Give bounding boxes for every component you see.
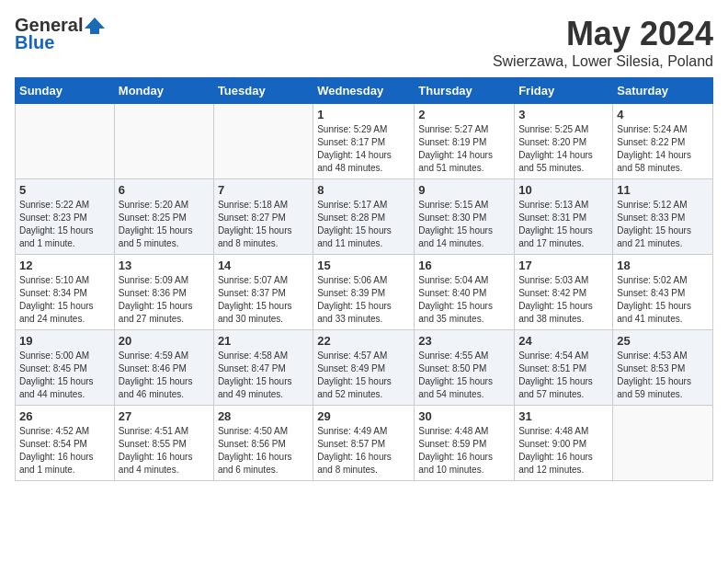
day-number: 12 [19, 259, 110, 272]
day-number: 11 [617, 183, 709, 197]
calendar-cell: 23Sunrise: 4:55 AM Sunset: 8:50 PM Dayli… [415, 330, 515, 406]
logo-blue-text: Blue [15, 32, 54, 53]
calendar-cell: 10Sunrise: 5:13 AM Sunset: 8:31 PM Dayli… [515, 179, 613, 255]
calendar-table: SundayMondayTuesdayWednesdayThursdayFrid… [15, 77, 713, 481]
day-number: 18 [617, 259, 709, 272]
calendar-cell: 20Sunrise: 4:59 AM Sunset: 8:46 PM Dayli… [114, 330, 213, 406]
calendar-header-saturday: Saturday [613, 78, 713, 104]
day-info: Sunrise: 5:18 AM Sunset: 8:27 PM Dayligh… [218, 199, 309, 250]
calendar-header-tuesday: Tuesday [213, 78, 313, 104]
day-number: 4 [617, 108, 709, 121]
day-info: Sunrise: 5:06 AM Sunset: 8:39 PM Dayligh… [317, 274, 410, 326]
day-info: Sunrise: 4:57 AM Sunset: 8:49 PM Dayligh… [317, 350, 410, 401]
day-info: Sunrise: 5:13 AM Sunset: 8:31 PM Dayligh… [518, 199, 609, 250]
calendar-cell: 17Sunrise: 5:03 AM Sunset: 8:42 PM Dayli… [515, 255, 613, 330]
day-info: Sunrise: 5:29 AM Sunset: 8:17 PM Dayligh… [317, 123, 410, 175]
calendar-cell: 31Sunrise: 4:48 AM Sunset: 9:00 PM Dayli… [515, 406, 613, 481]
day-info: Sunrise: 5:17 AM Sunset: 8:28 PM Dayligh… [317, 199, 410, 250]
logo: General Blue [15, 15, 105, 53]
day-info: Sunrise: 5:15 AM Sunset: 8:30 PM Dayligh… [418, 199, 510, 250]
day-number: 29 [317, 409, 410, 423]
calendar-header-thursday: Thursday [415, 78, 515, 104]
calendar-cell: 13Sunrise: 5:09 AM Sunset: 8:36 PM Dayli… [114, 255, 213, 330]
day-number: 3 [518, 108, 609, 121]
calendar-cell: 1Sunrise: 5:29 AM Sunset: 8:17 PM Daylig… [313, 104, 415, 179]
calendar-cell: 30Sunrise: 4:48 AM Sunset: 8:59 PM Dayli… [415, 406, 515, 481]
day-number: 25 [617, 334, 709, 348]
day-number: 27 [119, 409, 210, 423]
day-number: 13 [119, 259, 210, 272]
calendar-cell: 18Sunrise: 5:02 AM Sunset: 8:43 PM Dayli… [613, 255, 713, 330]
calendar-cell [16, 104, 115, 179]
day-number: 2 [418, 108, 510, 121]
day-info: Sunrise: 5:00 AM Sunset: 8:45 PM Dayligh… [19, 350, 110, 401]
day-info: Sunrise: 5:10 AM Sunset: 8:34 PM Dayligh… [19, 274, 110, 326]
svg-marker-0 [85, 17, 105, 34]
calendar-cell: 12Sunrise: 5:10 AM Sunset: 8:34 PM Dayli… [16, 255, 115, 330]
day-info: Sunrise: 5:20 AM Sunset: 8:25 PM Dayligh… [119, 199, 210, 250]
calendar-cell: 11Sunrise: 5:12 AM Sunset: 8:33 PM Dayli… [613, 179, 713, 255]
calendar-cell [613, 406, 713, 481]
day-info: Sunrise: 4:54 AM Sunset: 8:51 PM Dayligh… [518, 350, 609, 401]
day-number: 5 [19, 183, 110, 197]
calendar-cell: 3Sunrise: 5:25 AM Sunset: 8:20 PM Daylig… [515, 104, 613, 179]
day-info: Sunrise: 4:59 AM Sunset: 8:46 PM Dayligh… [119, 350, 210, 401]
day-info: Sunrise: 4:51 AM Sunset: 8:55 PM Dayligh… [119, 425, 210, 477]
calendar-cell: 4Sunrise: 5:24 AM Sunset: 8:22 PM Daylig… [613, 104, 713, 179]
calendar-cell: 29Sunrise: 4:49 AM Sunset: 8:57 PM Dayli… [313, 406, 415, 481]
month-title: May 2024 [493, 15, 713, 53]
calendar-cell: 19Sunrise: 5:00 AM Sunset: 8:45 PM Dayli… [16, 330, 115, 406]
day-number: 14 [218, 259, 309, 272]
day-number: 28 [218, 409, 309, 423]
day-info: Sunrise: 4:49 AM Sunset: 8:57 PM Dayligh… [317, 425, 410, 477]
calendar-cell: 14Sunrise: 5:07 AM Sunset: 8:37 PM Dayli… [213, 255, 313, 330]
day-number: 15 [317, 259, 410, 272]
day-info: Sunrise: 4:58 AM Sunset: 8:47 PM Dayligh… [218, 350, 309, 401]
day-info: Sunrise: 5:02 AM Sunset: 8:43 PM Dayligh… [617, 274, 709, 326]
day-info: Sunrise: 5:03 AM Sunset: 8:42 PM Dayligh… [518, 274, 609, 326]
day-number: 30 [418, 409, 510, 423]
day-number: 20 [119, 334, 210, 348]
day-number: 31 [518, 409, 609, 423]
day-info: Sunrise: 5:07 AM Sunset: 8:37 PM Dayligh… [218, 274, 309, 326]
day-info: Sunrise: 4:50 AM Sunset: 8:56 PM Dayligh… [218, 425, 309, 477]
calendar-cell: 9Sunrise: 5:15 AM Sunset: 8:30 PM Daylig… [415, 179, 515, 255]
calendar-cell [114, 104, 213, 179]
calendar-cell: 28Sunrise: 4:50 AM Sunset: 8:56 PM Dayli… [213, 406, 313, 481]
calendar-week-row: 19Sunrise: 5:00 AM Sunset: 8:45 PM Dayli… [16, 330, 713, 406]
day-number: 21 [218, 334, 309, 348]
calendar-week-row: 26Sunrise: 4:52 AM Sunset: 8:54 PM Dayli… [16, 406, 713, 481]
calendar-week-row: 12Sunrise: 5:10 AM Sunset: 8:34 PM Dayli… [16, 255, 713, 330]
page-header: General Blue May 2024 Swierzawa, Lower S… [15, 15, 713, 70]
calendar-cell: 5Sunrise: 5:22 AM Sunset: 8:23 PM Daylig… [16, 179, 115, 255]
day-number: 23 [418, 334, 510, 348]
day-number: 7 [218, 183, 309, 197]
day-info: Sunrise: 4:55 AM Sunset: 8:50 PM Dayligh… [418, 350, 510, 401]
calendar-cell: 2Sunrise: 5:27 AM Sunset: 8:19 PM Daylig… [415, 104, 515, 179]
calendar-cell: 25Sunrise: 4:53 AM Sunset: 8:53 PM Dayli… [613, 330, 713, 406]
day-number: 22 [317, 334, 410, 348]
calendar-cell [213, 104, 313, 179]
calendar-cell: 22Sunrise: 4:57 AM Sunset: 8:49 PM Dayli… [313, 330, 415, 406]
calendar-header-wednesday: Wednesday [313, 78, 415, 104]
calendar-cell: 26Sunrise: 4:52 AM Sunset: 8:54 PM Dayli… [16, 406, 115, 481]
day-number: 19 [19, 334, 110, 348]
day-info: Sunrise: 5:27 AM Sunset: 8:19 PM Dayligh… [418, 123, 510, 175]
title-section: May 2024 Swierzawa, Lower Silesia, Polan… [493, 15, 713, 70]
calendar-header-row: SundayMondayTuesdayWednesdayThursdayFrid… [16, 78, 713, 104]
day-info: Sunrise: 5:22 AM Sunset: 8:23 PM Dayligh… [19, 199, 110, 250]
calendar-cell: 21Sunrise: 4:58 AM Sunset: 8:47 PM Dayli… [213, 330, 313, 406]
calendar-header-sunday: Sunday [16, 78, 115, 104]
day-number: 16 [418, 259, 510, 272]
day-info: Sunrise: 4:52 AM Sunset: 8:54 PM Dayligh… [19, 425, 110, 477]
day-info: Sunrise: 4:48 AM Sunset: 9:00 PM Dayligh… [518, 425, 609, 477]
day-number: 8 [317, 183, 410, 197]
calendar-cell: 8Sunrise: 5:17 AM Sunset: 8:28 PM Daylig… [313, 179, 415, 255]
calendar-cell: 24Sunrise: 4:54 AM Sunset: 8:51 PM Dayli… [515, 330, 613, 406]
calendar-cell: 15Sunrise: 5:06 AM Sunset: 8:39 PM Dayli… [313, 255, 415, 330]
day-number: 6 [119, 183, 210, 197]
day-info: Sunrise: 4:53 AM Sunset: 8:53 PM Dayligh… [617, 350, 709, 401]
location-title: Swierzawa, Lower Silesia, Poland [493, 53, 713, 70]
day-number: 9 [418, 183, 510, 197]
calendar-header-friday: Friday [515, 78, 613, 104]
